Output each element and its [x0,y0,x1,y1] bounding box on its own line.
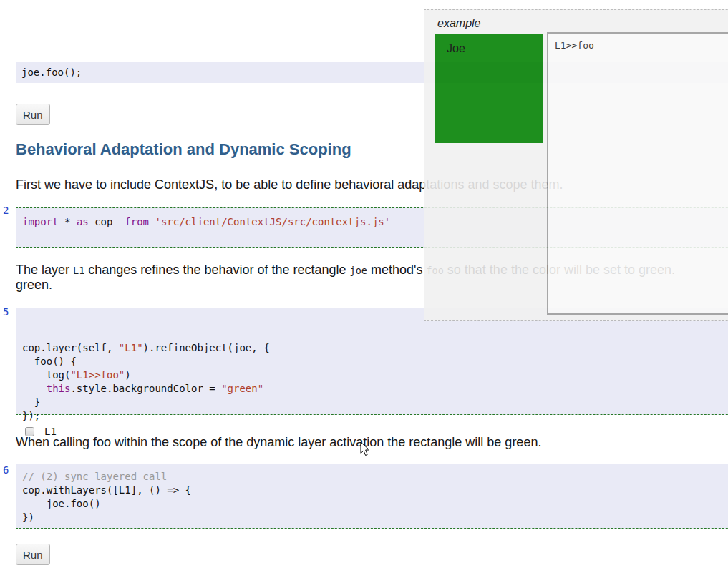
text-segment: cop.withLayers([L1], () => { [22,484,191,496]
text-segment: // (2) sync layered call [22,471,167,482]
text-segment: this [47,383,71,394]
code-line: }); [22,409,728,423]
text-segment: from [125,216,149,227]
code-line: }) [22,511,728,524]
text-segment: "L1" [119,342,143,353]
code-line: joe.foo() [22,497,728,511]
line-number-6: 6 [3,464,14,476]
text-segment: }); [22,410,40,421]
text-segment: The layer [16,263,73,277]
text-segment: method's [367,263,426,277]
text-segment: green. [16,278,52,292]
run-button-bottom[interactable]: Run [16,544,50,565]
text-segment [22,383,47,394]
line-number-5: 5 [3,306,14,318]
run-button-top[interactable]: Run [16,104,50,125]
text-segment: ).refineObject(joe, { [143,342,270,353]
text-segment: 'src/client/ContextJS/src/contextjs.js' [155,216,390,227]
code-cell-6[interactable]: // (2) sync layered callcop.withLayers([… [16,464,728,529]
log-panel[interactable]: L1>>foo [547,32,728,315]
text-segment: "green" [221,383,263,394]
code-line: foo() { [22,355,728,368]
text-segment: ) [125,369,130,381]
inline-code: joe [350,265,367,276]
line-number-2: 2 [3,205,14,216]
text-segment: as [77,216,89,227]
paragraph-layer-line2: green. [16,278,52,293]
joe-morph-label: Joe [447,42,465,55]
code-line: // (2) sync layered call [22,470,728,484]
text-segment: .style.backgroundColor = [70,383,221,394]
inline-code: L1 [73,265,84,276]
log-output-text: L1>>foo [555,40,728,51]
example-window[interactable]: example Joe L1>>foo [424,9,728,321]
text-segment: When calling foo within the scope of the… [16,435,541,449]
code-line: cop.layer(self, "L1").refineObject(joe, … [22,341,728,355]
mouse-cursor-icon [360,441,370,459]
text-segment: import [22,216,59,227]
code-line: log("L1>>foo") [22,368,728,382]
text-segment: changes refines the behavior of the rect… [84,263,349,277]
page-title: Behavioral Adaptation and Dynamic Scopin… [16,140,351,159]
text-segment: }) [22,511,34,523]
code-cell-5[interactable]: cop.layer(self, "L1").refineObject(joe, … [16,308,728,415]
text-segment: } [22,396,40,408]
code-line: } [22,396,728,409]
joe-morph[interactable]: Joe [435,34,543,143]
text-segment: "L1>>foo" [70,369,125,381]
text-segment: joe.foo() [22,498,101,509]
code-line: cop.withLayers([L1], () => { [22,484,728,497]
text-segment: * [59,216,77,227]
text-segment: joe.foo(); [21,67,82,78]
code-line: this.style.backgroundColor = "green" [22,382,728,396]
text-segment: foo() { [22,356,77,367]
paragraph-when-calling: When calling foo within the scope of the… [16,435,541,450]
example-window-title: example [437,17,480,30]
text-segment: cop.layer(self, [22,342,119,353]
text-segment: log( [22,369,70,381]
text-segment: cop [89,216,125,227]
